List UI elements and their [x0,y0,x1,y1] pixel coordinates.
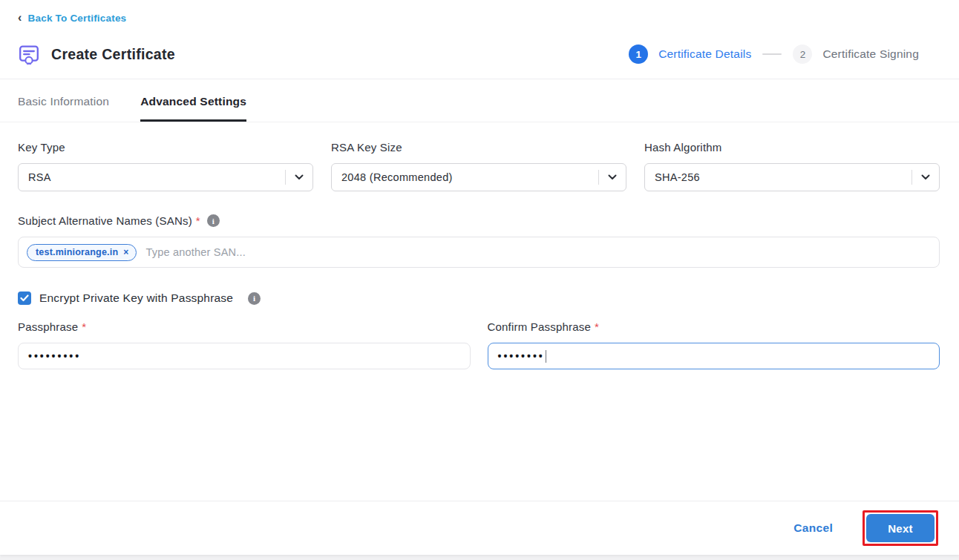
key-type-select[interactable]: RSA [18,163,313,191]
passphrase-label: Passphrase [18,320,78,333]
cancel-button[interactable]: Cancel [793,521,833,535]
chip-remove-icon[interactable]: × [123,248,128,257]
stepper: 1 Certificate Details 2 Certificate Sign… [629,45,919,64]
chevron-down-icon [286,174,312,180]
passphrase-required-asterisk: * [82,320,86,333]
sans-input[interactable]: test.miniorange.in × Type another SAN... [18,237,940,268]
san-chip-value: test.miniorange.in [36,247,118,257]
step-1-circle: 1 [629,45,648,64]
passphrase-label-row: Passphrase * [18,320,471,333]
sans-required-asterisk: * [196,214,200,227]
form-content: Key Type RSA RSA Key Size 2048 (Recommen… [0,122,959,501]
encrypt-passphrase-row: Encrypt Private Key with Passphrase i [18,291,940,305]
page-title: Create Certificate [51,46,175,63]
tab-advanced-settings[interactable]: Advanced Settings [140,95,246,122]
stepper-connector [762,53,782,55]
rsa-key-size-select[interactable]: 2048 (Recommended) [331,163,626,191]
step-certificate-details[interactable]: 1 Certificate Details [629,45,751,64]
sans-placeholder: Type another SAN... [145,246,245,258]
passphrase-input[interactable]: ••••••••• [18,343,471,369]
hash-algorithm-value: SHA-256 [655,171,700,183]
confirm-passphrase-label: Confirm Passphrase [488,320,592,333]
step-2-circle: 2 [793,45,812,64]
key-type-value: RSA [28,171,51,183]
confirm-passphrase-required-asterisk: * [595,320,599,333]
page-header: Create Certificate 1 Certificate Details… [0,24,959,65]
text-cursor [546,350,547,363]
chevron-down-icon [599,174,626,180]
next-button[interactable]: Next [866,514,935,542]
sans-label: Subject Alternative Names (SANs) [18,214,192,227]
confirm-passphrase-field: Confirm Passphrase * •••••••• [488,320,940,369]
title-wrap: Create Certificate [18,43,175,65]
passphrase-field: Passphrase * ••••••••• [18,320,471,369]
step-2-label: Certificate Signing [822,47,919,61]
hash-algorithm-select[interactable]: SHA-256 [644,163,940,191]
encrypt-checkbox-label[interactable]: Encrypt Private Key with Passphrase [39,291,233,305]
sans-label-row: Subject Alternative Names (SANs) * i [18,214,940,227]
create-certificate-page: ‹ Back To Certificates Create Certificat… [0,0,959,555]
step-certificate-signing[interactable]: 2 Certificate Signing [793,45,919,64]
hash-algorithm-label: Hash Algorithm [644,141,940,154]
passphrase-row: Passphrase * ••••••••• Confirm Passphras… [18,320,940,369]
select-right [598,164,626,191]
key-type-label: Key Type [18,141,313,154]
back-to-certificates-link[interactable]: ‹ Back To Certificates [18,12,126,24]
key-type-field: Key Type RSA [18,141,313,191]
confirm-passphrase-input[interactable]: •••••••• [488,343,940,369]
san-chip: test.miniorange.in × [27,244,137,261]
red-annotation-box: Next [863,510,938,546]
hash-algorithm-field: Hash Algorithm SHA-256 [644,141,940,191]
topbar: ‹ Back To Certificates [0,0,959,24]
rsa-key-size-field: RSA Key Size 2048 (Recommended) [331,141,626,191]
info-icon[interactable]: i [207,214,220,227]
key-settings-row: Key Type RSA RSA Key Size 2048 (Recommen… [18,141,940,191]
certificate-icon [18,43,40,65]
confirm-passphrase-label-row: Confirm Passphrase * [488,320,940,333]
tabs: Basic Information Advanced Settings [0,79,959,122]
rsa-key-size-value: 2048 (Recommended) [341,171,453,183]
chevron-down-icon [912,174,939,180]
confirm-passphrase-masked-value: •••••••• [498,350,545,362]
back-chevron-icon: ‹ [18,12,22,24]
encrypt-checkbox[interactable] [18,291,31,305]
rsa-key-size-label: RSA Key Size [331,141,626,154]
sans-section: Subject Alternative Names (SANs) * i tes… [18,214,940,268]
select-right [285,164,312,191]
tab-basic-information[interactable]: Basic Information [18,95,109,122]
back-link-label: Back To Certificates [28,13,127,24]
passphrase-masked-value: ••••••••• [28,350,81,362]
step-1-label: Certificate Details [658,47,751,61]
footer: Cancel Next [0,501,959,555]
info-icon[interactable]: i [248,292,261,305]
select-right [911,164,939,191]
